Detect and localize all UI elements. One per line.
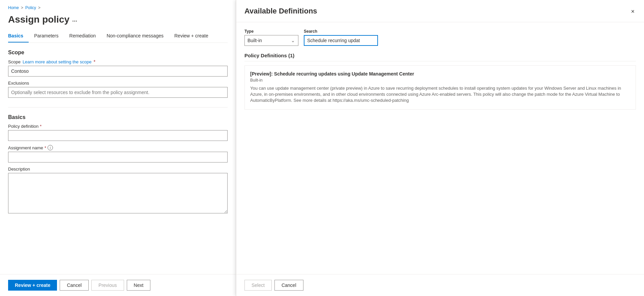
assignment-name-label: Assignment name * i: [8, 145, 228, 150]
previous-button: Previous: [91, 280, 124, 291]
cancel-button[interactable]: Cancel: [60, 280, 89, 291]
tabs-container: Basics Parameters Remediation Non-compli…: [8, 30, 228, 43]
panel-header: Available Definitions ×: [236, 0, 644, 22]
scope-section-title: Scope: [8, 50, 228, 56]
panel-body: Type Built-in Custom Static Search Polic…: [236, 22, 644, 274]
page-title: Assign policy ...: [8, 14, 228, 25]
tab-remediation[interactable]: Remediation: [69, 30, 101, 42]
breadcrumb-sep1: >: [21, 5, 23, 10]
policy-card[interactable]: [Preview]: Schedule recurring updates us…: [244, 65, 636, 110]
assignment-name-info-icon[interactable]: i: [48, 145, 53, 150]
next-button[interactable]: Next: [127, 280, 151, 291]
results-title: Policy Definitions (1): [244, 53, 636, 61]
policy-card-badge: Built-in: [250, 78, 630, 83]
bottom-bar: Review + create Cancel Previous Next: [0, 274, 236, 296]
tab-non-compliance[interactable]: Non-compliance messages: [107, 30, 169, 42]
assignment-name-input[interactable]: [8, 152, 228, 162]
scope-section: Scope Scope Learn more about setting the…: [8, 50, 228, 102]
exclusions-label: Exclusions: [8, 81, 228, 86]
page-title-ellipsis[interactable]: ...: [72, 16, 77, 23]
available-definitions-panel: Available Definitions × Type Built-in Cu…: [236, 0, 644, 296]
search-filter-label: Search: [304, 29, 378, 34]
basics-section: Basics Policy definition * Assignment na…: [8, 114, 228, 214]
tab-basics[interactable]: Basics: [8, 30, 29, 42]
type-select-wrapper: Built-in Custom Static: [244, 35, 298, 46]
panel-title: Available Definitions: [244, 7, 317, 16]
exclusions-input[interactable]: [8, 87, 228, 98]
review-create-button[interactable]: Review + create: [8, 280, 57, 291]
breadcrumb: Home > Policy >: [8, 5, 228, 10]
scope-learn-more-link[interactable]: Learn more about setting the scope: [23, 59, 92, 64]
filter-row: Type Built-in Custom Static Search: [244, 29, 636, 46]
basics-section-title: Basics: [8, 114, 228, 120]
search-input[interactable]: [304, 35, 378, 46]
breadcrumb-sep2: >: [38, 5, 40, 10]
tab-review-create[interactable]: Review + create: [174, 30, 214, 42]
tab-parameters[interactable]: Parameters: [34, 30, 64, 42]
description-label: Description: [8, 167, 228, 172]
policy-card-title: [Preview]: Schedule recurring updates us…: [250, 71, 630, 77]
scope-required-star: *: [93, 59, 95, 64]
panel-cancel-button[interactable]: Cancel: [274, 280, 303, 291]
policy-definition-input[interactable]: [8, 130, 228, 141]
panel-close-button[interactable]: ×: [630, 7, 636, 17]
scope-row: Scope Learn more about setting the scope…: [8, 59, 228, 64]
description-textarea[interactable]: [8, 173, 228, 213]
type-filter-label: Type: [244, 29, 298, 34]
breadcrumb-policy[interactable]: Policy: [25, 5, 36, 10]
scope-label: Scope: [8, 59, 21, 64]
type-select[interactable]: Built-in Custom Static: [244, 35, 298, 46]
policy-definition-label: Policy definition *: [8, 124, 228, 129]
search-filter-group: Search: [304, 29, 378, 46]
section-divider: [8, 107, 228, 108]
panel-footer: Select Cancel: [236, 274, 644, 296]
policy-card-desc: You can use update management center (pr…: [250, 85, 630, 104]
breadcrumb-home[interactable]: Home: [8, 5, 19, 10]
panel-select-button[interactable]: Select: [244, 280, 272, 291]
scope-input[interactable]: [8, 66, 228, 77]
type-filter-group: Type Built-in Custom Static: [244, 29, 298, 46]
